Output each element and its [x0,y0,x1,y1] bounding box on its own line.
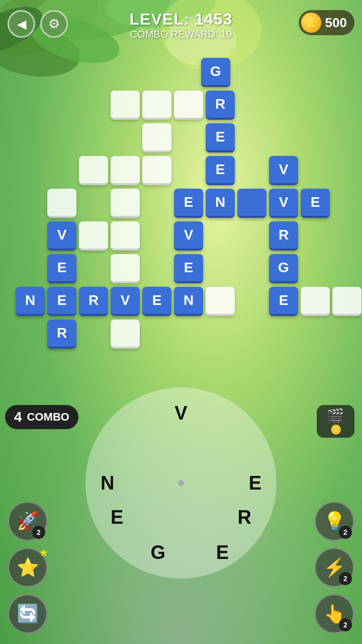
bottom-toolbar: 🚀 2 ⭐ ★ 🔄 💡 2 ⚡ 2 👆 2 [8,501,354,634]
tile-E-8b: E [142,287,171,316]
tile-G-1: G [201,58,230,87]
refresh-button[interactable]: 🔄 [8,594,48,634]
tile-N-5: N [206,189,235,218]
rocket-badge: 2 [32,526,45,539]
tile-E-8c: E [269,287,298,316]
hint-button[interactable]: 💡 2 [314,501,354,541]
coin-icon: ⭐ [301,13,321,33]
star-button[interactable]: ⭐ ★ [8,547,48,588]
tile-N-8: N [16,287,45,316]
finger-badge: 2 [339,618,352,631]
tile-E-5: E [174,189,203,218]
tile-empty-3-4 [79,156,108,185]
settings-icon: ⚙ [48,16,60,32]
level-label: LEVEL: 1453 [130,10,233,29]
left-tools: 🚀 2 ⭐ ★ 🔄 [8,501,48,634]
tile-E-8: E [47,287,76,316]
settings-button[interactable]: ⚙ [40,10,68,38]
tile-R-8: R [79,287,108,316]
video-icon: 🎬 [327,408,344,424]
tile-empty-4-5 [111,189,140,218]
tile-E-4: E [206,156,235,185]
combo-reward-label: COMBO REWARD: 10 [130,29,233,40]
lightning-badge: 2 [339,572,352,585]
tile-E-7: E [47,254,76,283]
combo-number: 4 [14,409,22,425]
combo-badge: 4 COMBO [5,405,78,429]
tile-E-7b: E [174,254,203,283]
tile-empty-5-4 [142,156,171,185]
wheel-letter-E1[interactable]: E [249,472,261,494]
finger-button[interactable]: 👆 2 [314,594,354,634]
wheel-center [178,480,184,486]
tile-G-7: G [269,254,298,283]
tile-VE-5: V [269,189,298,218]
tile-empty-5-3 [142,123,171,152]
combo-label: COMBO [27,411,69,424]
tile-empty-5-2 [142,91,171,120]
tile-empty-10-8 [332,287,361,316]
tile-empty-4-7 [111,254,140,283]
tile-V-6b: V [174,221,203,251]
tile-V-5b [237,189,266,218]
star-decoration: ★ [39,546,49,559]
wheel-letter-V[interactable]: V [174,403,187,424]
tile-empty-2-5 [47,189,76,218]
tile-empty-4-4 [111,156,140,185]
coin-count: 500 [325,15,347,31]
tile-empty-4-2 [111,91,140,120]
tile-empty-4-9 [111,319,140,349]
tile-V-4: V [269,156,298,185]
tile-R-2: R [206,91,235,120]
tile-N-8b: N [174,287,203,316]
hint-badge: 2 [339,526,352,539]
tile-E-5c: E [301,189,330,218]
right-tools: 💡 2 ⚡ 2 👆 2 [314,501,354,634]
coins-icon: 🪙 [330,424,341,435]
tile-V-6: V [47,221,76,251]
tile-empty-7-8 [206,287,235,316]
tile-R-9: R [47,319,76,349]
coin-display: ⭐ 500 [299,10,354,35]
back-icon: ◀ [17,17,26,31]
header: ◀ ⚙ LEVEL: 1453 COMBO REWARD: 10 ⭐ 500 [0,0,362,50]
wheel-letter-N[interactable]: N [101,472,114,494]
tile-empty-3-6 [79,221,108,251]
tile-empty-6-2 [174,91,203,120]
tile-R-6: R [269,221,298,251]
back-button[interactable]: ◀ [8,10,35,38]
tile-V-8: V [111,287,140,316]
header-center: LEVEL: 1453 COMBO REWARD: 10 [130,10,233,40]
rocket-button[interactable]: 🚀 2 [8,501,48,541]
tile-empty-9-8 [301,287,330,316]
tile-empty-4-6 [111,221,140,251]
lightning-button[interactable]: ⚡ 2 [314,547,354,588]
tile-E-3: E [206,123,235,152]
video-reward-button[interactable]: 🎬 🪙 [317,405,354,438]
